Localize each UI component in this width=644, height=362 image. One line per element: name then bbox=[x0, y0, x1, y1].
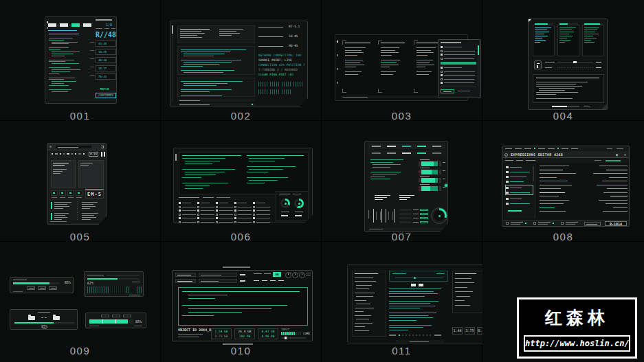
header-slider[interactable] bbox=[395, 278, 443, 278]
checkbox-row[interactable] bbox=[216, 217, 233, 219]
popup-scrollbar-thumb[interactable] bbox=[478, 45, 479, 55]
checkbox-row[interactable] bbox=[179, 217, 196, 219]
checkbox[interactable] bbox=[197, 202, 199, 204]
header-field[interactable] bbox=[199, 279, 237, 283]
pager-dot[interactable] bbox=[412, 335, 414, 336]
checkbox[interactable] bbox=[216, 202, 218, 204]
toolbar-dash[interactable] bbox=[55, 153, 58, 155]
checkbox-row[interactable] bbox=[253, 210, 270, 212]
dialog-button[interactable] bbox=[123, 315, 131, 317]
pager-dot-active[interactable] bbox=[399, 335, 400, 336]
tree-row[interactable] bbox=[506, 170, 532, 174]
level-bar[interactable] bbox=[399, 213, 412, 215]
dialog-button[interactable] bbox=[112, 315, 120, 317]
checkbox-row[interactable] bbox=[441, 54, 476, 56]
footer-row-1[interactable] bbox=[177, 99, 255, 102]
tree-row[interactable] bbox=[506, 186, 532, 190]
checkbox[interactable] bbox=[441, 54, 443, 56]
tab[interactable] bbox=[372, 152, 381, 154]
tree-row[interactable] bbox=[506, 180, 532, 183]
page-chip[interactable] bbox=[411, 284, 416, 286]
pager-dot[interactable] bbox=[416, 335, 417, 336]
checkbox[interactable] bbox=[197, 210, 199, 212]
checkbox-row[interactable] bbox=[441, 78, 476, 80]
dialog-button[interactable] bbox=[49, 286, 57, 290]
level-chip[interactable] bbox=[420, 213, 428, 215]
toolbar-item[interactable] bbox=[526, 160, 535, 161]
on-toggle[interactable]: ON bbox=[273, 272, 281, 277]
checkbox-row[interactable] bbox=[234, 202, 252, 204]
tab[interactable] bbox=[402, 152, 411, 154]
tree-row[interactable] bbox=[506, 175, 532, 179]
checkbox-row[interactable] bbox=[441, 50, 476, 52]
checkbox[interactable] bbox=[197, 221, 199, 223]
confirmed-button[interactable]: CONFIRMED bbox=[96, 93, 116, 98]
menu-item[interactable] bbox=[548, 148, 555, 149]
tab-active[interactable] bbox=[417, 152, 426, 154]
checkbox-row[interactable] bbox=[441, 74, 476, 76]
checkbox[interactable] bbox=[441, 67, 443, 69]
checkbox-row[interactable] bbox=[197, 217, 214, 219]
knob-icon[interactable] bbox=[285, 272, 291, 278]
checkbox-row[interactable] bbox=[216, 221, 233, 223]
tab[interactable] bbox=[402, 146, 411, 147]
checkbox-row[interactable] bbox=[253, 221, 270, 223]
header-field[interactable] bbox=[199, 273, 237, 277]
tree-row[interactable] bbox=[506, 197, 532, 201]
bottom-icon[interactable] bbox=[506, 222, 509, 225]
checkbox-row[interactable] bbox=[253, 217, 270, 219]
knob-icon[interactable] bbox=[292, 272, 298, 278]
scrollbar-thumb[interactable] bbox=[172, 25, 173, 34]
checkbox[interactable] bbox=[234, 214, 236, 216]
crumb-bar[interactable] bbox=[278, 280, 284, 281]
toolbar-dot[interactable] bbox=[52, 153, 53, 155]
dialog-button[interactable] bbox=[101, 315, 109, 317]
checkbox[interactable] bbox=[234, 217, 236, 219]
crumb-bar[interactable] bbox=[254, 280, 259, 281]
checkbox[interactable] bbox=[441, 58, 443, 60]
checkbox-row[interactable] bbox=[234, 221, 252, 223]
checkbox-row[interactable] bbox=[253, 202, 270, 204]
pager-dot[interactable] bbox=[402, 335, 403, 336]
footer-row-2[interactable] bbox=[177, 103, 255, 106]
checkbox-row[interactable] bbox=[234, 206, 252, 208]
checkbox[interactable] bbox=[253, 206, 255, 208]
folder-icon[interactable] bbox=[53, 316, 60, 320]
checkbox[interactable] bbox=[234, 221, 236, 223]
level-chip[interactable] bbox=[420, 217, 428, 219]
pager-dot[interactable] bbox=[423, 335, 424, 336]
tab[interactable] bbox=[387, 152, 396, 154]
menu-item[interactable] bbox=[505, 148, 512, 149]
close-icon[interactable]: ✕ bbox=[624, 153, 626, 157]
checkbox-row[interactable] bbox=[197, 221, 214, 223]
checkbox-row[interactable] bbox=[441, 71, 476, 73]
checkbox-row[interactable] bbox=[253, 206, 270, 208]
progress-marker[interactable] bbox=[115, 319, 116, 324]
dialog-button[interactable] bbox=[27, 286, 35, 290]
checkbox[interactable] bbox=[253, 210, 255, 212]
checkbox[interactable] bbox=[179, 214, 181, 216]
selected-row[interactable] bbox=[441, 62, 476, 65]
tree-row[interactable] bbox=[506, 202, 532, 205]
gauge-knob[interactable] bbox=[294, 199, 304, 208]
tab[interactable] bbox=[432, 146, 441, 147]
knob-icon[interactable] bbox=[299, 272, 305, 278]
pager-dot[interactable] bbox=[430, 335, 431, 336]
checkbox-row[interactable] bbox=[234, 217, 252, 219]
checkbox-row[interactable] bbox=[197, 202, 214, 204]
meter-thumb[interactable] bbox=[573, 61, 577, 63]
tile[interactable] bbox=[59, 190, 66, 196]
tab[interactable] bbox=[432, 152, 441, 154]
checkbox[interactable] bbox=[253, 217, 255, 219]
slider-dot[interactable] bbox=[414, 277, 416, 279]
level-chip[interactable] bbox=[420, 209, 428, 211]
pager-dot[interactable] bbox=[409, 335, 410, 336]
pager-dot[interactable] bbox=[406, 335, 407, 336]
checkbox[interactable] bbox=[441, 74, 443, 76]
checkbox[interactable] bbox=[179, 206, 181, 208]
step-chip-3-active[interactable] bbox=[71, 23, 80, 27]
checkbox[interactable] bbox=[253, 221, 255, 223]
folder-icon[interactable] bbox=[28, 316, 35, 320]
meter-track[interactable] bbox=[557, 62, 593, 63]
checkbox-row[interactable] bbox=[179, 221, 196, 223]
